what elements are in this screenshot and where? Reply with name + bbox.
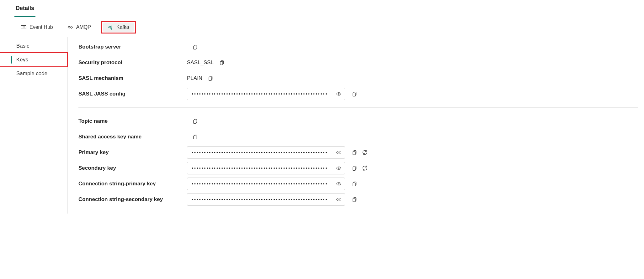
sidebar-item-basic[interactable]: Basic: [0, 39, 67, 53]
reveal-button[interactable]: [335, 165, 342, 172]
row-sasl-mechanism: SASL mechanism PLAIN: [78, 70, 638, 86]
sidebar-item-keys[interactable]: Keys: [0, 53, 67, 67]
reveal-button[interactable]: [335, 180, 342, 187]
masked-value: ••••••••••••••••••••••••••••••••••••••••…: [192, 91, 328, 96]
protocol-tab-eventhub[interactable]: Event Hub: [16, 23, 57, 32]
field-label: SASL JASS config: [78, 91, 182, 97]
row-connection-string-primary: Connection string-primary key ••••••••••…: [78, 176, 638, 192]
field-label: Security protocol: [78, 59, 182, 66]
copy-button[interactable]: [192, 44, 199, 50]
reveal-button[interactable]: [335, 149, 342, 156]
eventhub-icon: [21, 24, 26, 30]
copy-button[interactable]: [351, 196, 358, 203]
regenerate-button[interactable]: [361, 165, 368, 172]
masked-value: ••••••••••••••••••••••••••••••••••••••••…: [192, 181, 328, 186]
masked-input-primary-key[interactable]: ••••••••••••••••••••••••••••••••••••••••…: [187, 146, 345, 159]
masked-value: ••••••••••••••••••••••••••••••••••••••••…: [192, 150, 328, 155]
masked-value: ••••••••••••••••••••••••••••••••••••••••…: [192, 197, 328, 202]
row-shared-access-key-name: Shared access key name: [78, 129, 638, 145]
regenerate-button[interactable]: [361, 149, 368, 156]
field-label: Connection string-secondary key: [78, 196, 182, 203]
copy-button[interactable]: [207, 75, 214, 82]
tab-details[interactable]: Details: [14, 3, 35, 17]
highlight-kafka-tab: Kafka: [101, 21, 136, 34]
row-bootstrap-server: Bootstrap server: [78, 39, 638, 55]
masked-input-secondary-key[interactable]: ••••••••••••••••••••••••••••••••••••••••…: [187, 162, 345, 174]
field-value: SASL_SSL: [187, 59, 214, 66]
section-divider: [78, 107, 638, 108]
field-label: Topic name: [78, 118, 182, 124]
copy-button[interactable]: [192, 118, 199, 125]
copy-button[interactable]: [219, 59, 226, 66]
masked-input-conn-primary[interactable]: ••••••••••••••••••••••••••••••••••••••••…: [187, 178, 345, 190]
copy-button[interactable]: [351, 90, 358, 97]
reveal-button[interactable]: [335, 196, 342, 203]
row-connection-string-secondary: Connection string-secondary key ••••••••…: [78, 192, 638, 207]
row-topic-name: Topic name: [78, 113, 638, 129]
copy-button[interactable]: [351, 149, 358, 156]
field-label: Bootstrap server: [78, 44, 182, 50]
masked-input-conn-secondary[interactable]: ••••••••••••••••••••••••••••••••••••••••…: [187, 193, 345, 206]
field-label: Connection string-primary key: [78, 181, 182, 187]
field-value: PLAIN: [187, 75, 202, 81]
top-tab-bar: Details: [0, 0, 644, 17]
masked-value: ••••••••••••••••••••••••••••••••••••••••…: [192, 166, 328, 171]
reveal-button[interactable]: [335, 90, 342, 97]
copy-button[interactable]: [192, 133, 199, 140]
content-area: Bootstrap server Security protocol SASL_…: [68, 37, 644, 214]
row-secondary-key: Secondary key ••••••••••••••••••••••••••…: [78, 160, 638, 176]
side-nav: Basic Keys Sample code: [0, 37, 68, 214]
copy-button[interactable]: [351, 165, 358, 172]
protocol-tab-label: Event Hub: [29, 24, 53, 30]
row-security-protocol: Security protocol SASL_SSL: [78, 55, 638, 70]
kafka-icon: [108, 24, 113, 30]
protocol-tab-label: AMQP: [76, 24, 91, 30]
protocol-tab-amqp[interactable]: AMQP: [63, 23, 95, 32]
protocol-tab-kafka[interactable]: Kafka: [103, 23, 134, 32]
protocol-tab-bar: Event Hub AMQP Kafka: [0, 17, 644, 37]
field-label: Secondary key: [78, 165, 182, 171]
field-label: Primary key: [78, 149, 182, 156]
sidebar-item-sample-code[interactable]: Sample code: [0, 67, 67, 80]
masked-input-sasl-jass[interactable]: ••••••••••••••••••••••••••••••••••••••••…: [187, 88, 345, 100]
copy-button[interactable]: [351, 180, 358, 187]
row-primary-key: Primary key ••••••••••••••••••••••••••••…: [78, 145, 638, 160]
field-label: SASL mechanism: [78, 75, 182, 81]
row-sasl-jass-config: SASL JASS config •••••••••••••••••••••••…: [78, 86, 638, 102]
field-label: Shared access key name: [78, 134, 182, 140]
protocol-tab-label: Kafka: [116, 24, 129, 30]
amqp-icon: [67, 24, 73, 30]
